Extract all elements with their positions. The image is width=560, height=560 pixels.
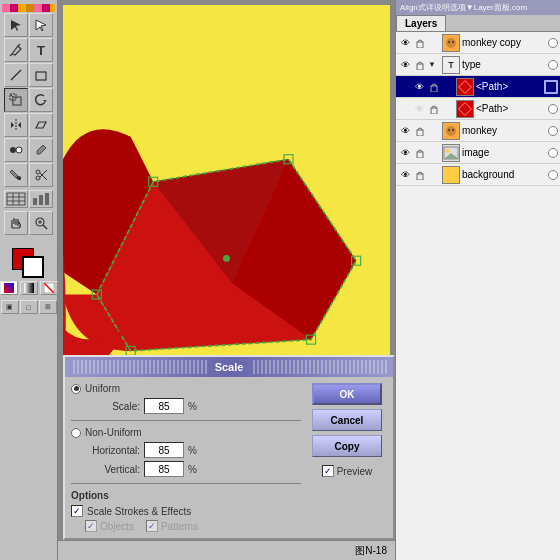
layer-item-path1[interactable]: 👁 <Path>	[396, 76, 560, 98]
lock-type[interactable]	[414, 59, 426, 71]
dialog-title: Scale	[207, 361, 252, 373]
options-section: Options Scale Strokes & Effects Object	[71, 490, 301, 532]
non-uniform-label: Non-Uniform	[85, 427, 142, 438]
svg-rect-25	[45, 193, 49, 205]
uniform-radio[interactable]	[71, 384, 81, 394]
lock-background[interactable]	[414, 169, 426, 181]
tool-eyedropper[interactable]	[29, 138, 53, 162]
preview-checkbox[interactable]	[322, 465, 334, 477]
mode-color[interactable]	[0, 281, 18, 295]
svg-rect-49	[417, 64, 423, 70]
stroke-swatch[interactable]	[22, 256, 44, 278]
view-outline[interactable]: □	[20, 300, 38, 314]
eye-icon-background: 👁	[401, 170, 410, 180]
layer-item-image[interactable]: 👁 image	[396, 142, 560, 164]
dialog-titlebar: Scale	[65, 357, 393, 377]
svg-marker-1	[36, 20, 46, 31]
layers-panel-header: Align式详说明选项▼Layer面板.com	[396, 0, 560, 15]
tool-shear[interactable]	[29, 113, 53, 137]
thumb-path2	[456, 100, 474, 118]
layer-name-monkey-copy: monkey copy	[462, 37, 546, 48]
layer-item-path2[interactable]: 👁 <Path>	[396, 98, 560, 120]
svg-line-27	[43, 225, 47, 229]
app-window: T	[0, 0, 560, 560]
layer-name-monkey: monkey	[462, 125, 546, 136]
tool-blend[interactable]	[4, 138, 28, 162]
horizontal-unit: %	[188, 445, 197, 456]
layers-tab[interactable]: Layers	[396, 15, 446, 31]
lock-image[interactable]	[414, 147, 426, 159]
eye-image[interactable]: 👁	[398, 146, 412, 160]
mode-gradient[interactable]	[20, 281, 38, 295]
objects-patterns-row: Objects Patterns	[71, 520, 301, 532]
toolbar-decoration	[2, 4, 55, 12]
eye-type[interactable]: 👁	[398, 58, 412, 72]
eye-path1[interactable]: 👁	[412, 80, 426, 94]
lock-path1[interactable]	[428, 81, 440, 93]
view-preview[interactable]: ▣	[1, 300, 19, 314]
scale-input-row: Scale: %	[71, 398, 301, 414]
eye-monkey-copy[interactable]: 👁	[398, 36, 412, 50]
tool-zoom[interactable]	[29, 211, 53, 235]
svg-rect-60	[417, 174, 423, 180]
cancel-button[interactable]: Cancel	[312, 409, 382, 431]
lock-monkey-copy[interactable]	[414, 37, 426, 49]
eye-background[interactable]: 👁	[398, 168, 412, 182]
eye-monkey[interactable]: 👁	[398, 124, 412, 138]
arrow-type[interactable]: ▼	[428, 60, 440, 69]
tool-row-6	[4, 138, 53, 162]
layer-list: 👁 monkey copy 👁 ▼ T type	[396, 32, 560, 560]
thumb-monkey	[442, 122, 460, 140]
tool-paint-bucket[interactable]	[4, 163, 28, 187]
view-pixel[interactable]: ⊞	[39, 300, 57, 314]
eye-icon: 👁	[401, 38, 410, 48]
svg-line-2	[11, 70, 21, 80]
eye-path2[interactable]: 👁	[412, 102, 426, 116]
horizontal-input[interactable]	[144, 442, 184, 458]
layer-item-type[interactable]: 👁 ▼ T type	[396, 54, 560, 76]
scale-input[interactable]	[144, 398, 184, 414]
patterns-checkbox[interactable]	[146, 520, 158, 532]
scale-strokes-label: Scale Strokes & Effects	[87, 506, 191, 517]
non-uniform-radio[interactable]	[71, 428, 81, 438]
layer-item-background[interactable]: 👁 background	[396, 164, 560, 186]
layer-item-monkey-copy[interactable]: 👁 monkey copy	[396, 32, 560, 54]
tool-line[interactable]	[4, 63, 28, 87]
tool-rect[interactable]	[29, 63, 53, 87]
tool-pen[interactable]	[4, 38, 28, 62]
layer-name-background: background	[462, 169, 546, 180]
tool-mesh[interactable]	[4, 190, 28, 208]
svg-point-46	[446, 38, 456, 48]
tool-scale[interactable]	[4, 88, 28, 112]
scale-strokes-checkbox[interactable]	[71, 505, 83, 517]
tool-scissors[interactable]	[29, 163, 53, 187]
layers-tabs: Layers	[396, 15, 560, 32]
svg-rect-24	[39, 195, 43, 205]
layer-item-monkey[interactable]: 👁 monkey	[396, 120, 560, 142]
copy-button[interactable]: Copy	[312, 435, 382, 457]
titlebar-stripes-left	[71, 360, 207, 374]
layer-name-image: image	[462, 147, 546, 158]
tool-row-2: T	[4, 38, 53, 62]
svg-rect-52	[417, 130, 423, 136]
vertical-input-row: Vertical: %	[71, 461, 301, 477]
tool-type[interactable]: T	[29, 38, 53, 62]
mode-none[interactable]	[40, 281, 58, 295]
layer-name-path2: <Path>	[476, 103, 546, 114]
objects-checkbox[interactable]	[85, 520, 97, 532]
tool-rotate[interactable]	[29, 88, 53, 112]
tool-chart[interactable]	[29, 190, 53, 208]
tool-hand[interactable]	[4, 211, 28, 235]
scale-unit: %	[188, 401, 197, 412]
tool-arrow[interactable]	[4, 13, 28, 37]
ok-button[interactable]: OK	[312, 383, 382, 405]
tool-mirror[interactable]	[4, 113, 28, 137]
vertical-unit: %	[188, 464, 197, 475]
lock-path2[interactable]	[428, 103, 440, 115]
vertical-input[interactable]	[144, 461, 184, 477]
lock-monkey[interactable]	[414, 125, 426, 137]
svg-rect-45	[417, 42, 423, 48]
circle-image	[548, 148, 558, 158]
svg-marker-11	[36, 122, 46, 128]
tool-direct-select[interactable]	[29, 13, 53, 37]
